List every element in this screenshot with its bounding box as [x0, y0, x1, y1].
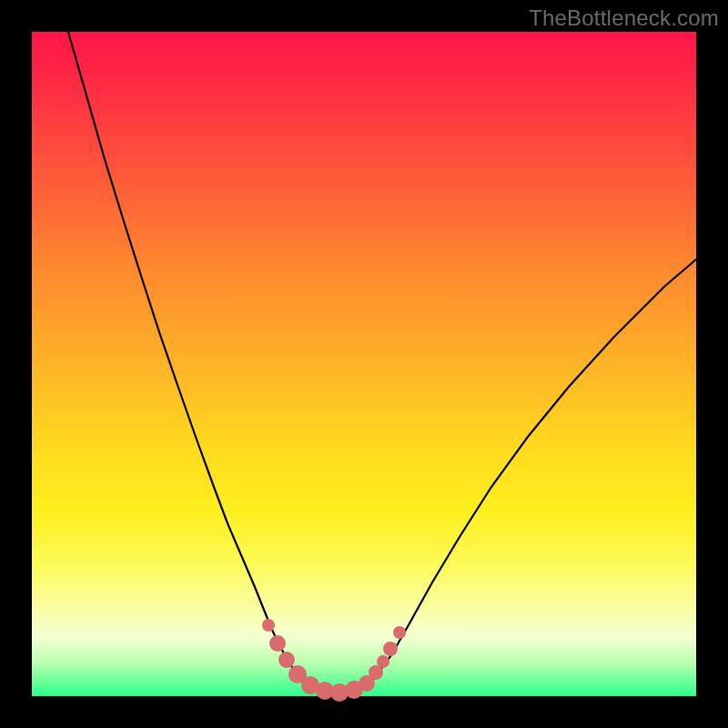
trough-marker [377, 655, 389, 668]
trough-marker [278, 652, 295, 668]
trough-marker [393, 626, 406, 639]
outer-frame: TheBottleneck.com [0, 0, 728, 728]
watermark-text: TheBottleneck.com [529, 5, 719, 31]
trough-marker [269, 635, 286, 652]
bottleneck-curve [68, 32, 696, 693]
trough-marker [383, 642, 398, 656]
trough-marker [262, 619, 275, 632]
curve-svg [32, 32, 696, 696]
plot-area [32, 32, 696, 696]
trough-marker-group [262, 619, 406, 702]
